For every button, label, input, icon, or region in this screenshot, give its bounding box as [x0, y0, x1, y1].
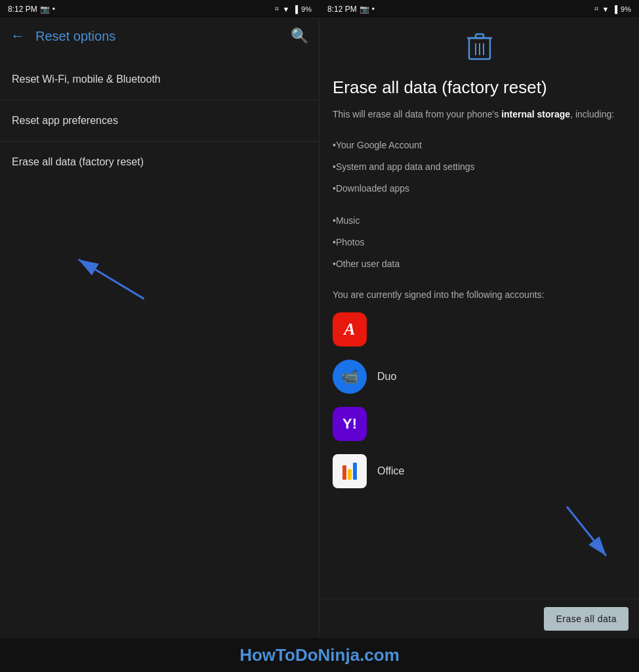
battery-right: 9% — [621, 5, 631, 13]
wifi-icon-left: ▼ — [282, 5, 289, 13]
right-panel: Erase all data (factory reset) This will… — [320, 18, 639, 638]
status-bar-right: 8:12 PM 📷 • ⌗ ▼ ▐ 9% — [320, 0, 639, 18]
time-left: 8:12 PM — [8, 5, 37, 14]
account-yahoo: Y! — [333, 407, 626, 441]
accounts-label: You are currently signed into the follow… — [333, 288, 626, 302]
account-office: Office — [333, 454, 626, 488]
sim-icon-right: 📷 — [360, 5, 369, 14]
status-bar-left: 8:12 PM 📷 • ⌗ ▼ ▐ 9% — [0, 0, 320, 18]
watermark: HowToDoNinja.com — [0, 638, 639, 672]
data-item-photos: •Photos — [333, 232, 626, 253]
signal-icon-right: ▐ — [612, 5, 617, 13]
back-button[interactable]: ← — [10, 28, 25, 45]
duo-icon: 📹 — [333, 360, 367, 394]
status-time-right: 8:12 PM 📷 • — [327, 5, 375, 14]
signal-icon-left: ▐ — [293, 5, 298, 13]
adobe-icon: A — [333, 312, 367, 346]
watermark-text: HowToDoNinja.com — [239, 645, 400, 665]
office-label: Office — [377, 465, 405, 477]
account-adobe: A — [333, 312, 626, 346]
left-panel: ← Reset options 🔍 Reset Wi-Fi, mobile & … — [0, 18, 320, 638]
right-scroll-area: Erase all data (factory reset) This will… — [320, 18, 639, 638]
account-duo: 📹 Duo — [333, 360, 626, 394]
wifi-icon-right: ▼ — [602, 5, 609, 13]
menu-item-factory-reset[interactable]: Erase all data (factory reset) — [0, 142, 319, 182]
bottom-action-bar: Erase all data — [320, 598, 639, 638]
data-item-google: •Your Google Account — [333, 135, 626, 156]
svg-rect-4 — [476, 34, 484, 38]
data-item-other: •Other user data — [333, 253, 626, 275]
annotation-container — [0, 182, 319, 638]
bluetooth-icon-left: ⌗ — [275, 5, 279, 13]
menu-item-wifi[interactable]: Reset Wi-Fi, mobile & Bluetooth — [0, 59, 319, 100]
annotation-arrow-svg — [0, 182, 319, 638]
duo-label: Duo — [377, 371, 396, 383]
bluetooth-icon-right: ⌗ — [594, 5, 598, 13]
status-time-left: 8:12 PM 📷 • — [8, 5, 55, 14]
data-item-system: •System and app data and settings — [333, 156, 626, 178]
header: ← Reset options 🔍 — [0, 18, 319, 54]
data-items-list: •Your Google Account •System and app dat… — [333, 135, 626, 275]
status-bar: 8:12 PM 📷 • ⌗ ▼ ▐ 9% 8:12 PM 📷 • ⌗ ▼ ▐ 9… — [0, 0, 639, 18]
svg-line-1 — [79, 259, 144, 299]
erase-description: This will erase all data from your phone… — [333, 107, 626, 121]
menu-list: Reset Wi-Fi, mobile & Bluetooth Reset ap… — [0, 59, 319, 182]
accounts-section: You are currently signed into the follow… — [333, 288, 626, 488]
status-icons-left: ⌗ ▼ ▐ 9% — [275, 5, 312, 13]
main-content: ← Reset options 🔍 Reset Wi-Fi, mobile & … — [0, 18, 639, 638]
erase-all-data-button[interactable]: Erase all data — [544, 607, 629, 631]
search-button[interactable]: 🔍 — [291, 28, 308, 45]
office-icon — [333, 454, 367, 488]
dot-right: • — [372, 5, 375, 14]
dot-left: • — [52, 5, 55, 14]
sim-icon-left: 📷 — [40, 5, 50, 14]
page-title: Reset options — [35, 29, 280, 44]
status-icons-right: ⌗ ▼ ▐ 9% — [594, 5, 631, 13]
trash-icon — [466, 32, 493, 66]
trash-icon-container — [333, 32, 626, 66]
battery-left: 9% — [301, 5, 312, 13]
data-item-downloaded: •Downloaded apps — [333, 178, 626, 200]
menu-item-app-prefs[interactable]: Reset app preferences — [0, 100, 319, 142]
erase-title: Erase all data (factory reset) — [333, 77, 626, 99]
yahoo-icon: Y! — [333, 407, 367, 441]
data-item-music: •Music — [333, 210, 626, 232]
time-right: 8:12 PM — [327, 5, 357, 14]
